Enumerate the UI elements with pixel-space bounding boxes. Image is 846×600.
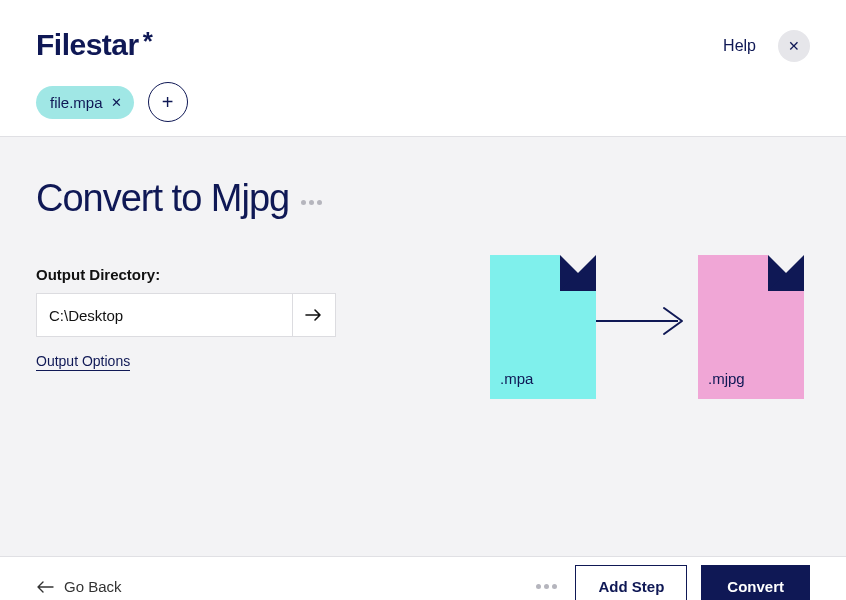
source-file-icon: .mpa xyxy=(490,255,596,399)
help-link[interactable]: Help xyxy=(723,37,756,55)
page-title-text: Convert to Mjpg xyxy=(36,177,289,220)
add-step-button[interactable]: Add Step xyxy=(575,565,687,600)
file-chip[interactable]: file.mpa ✕ xyxy=(36,86,134,119)
file-fold-icon xyxy=(768,255,804,291)
conversion-diagram: .mpa .mjpg xyxy=(490,255,804,399)
source-ext-label: .mpa xyxy=(500,370,533,387)
go-back-label: Go Back xyxy=(64,578,122,595)
browse-directory-button[interactable] xyxy=(292,293,336,337)
output-directory-input[interactable] xyxy=(36,293,292,337)
arrow-right-icon xyxy=(305,308,323,322)
header: Filestar* file.mpa ✕ + Help ✕ xyxy=(0,0,846,136)
brand-logo: Filestar* xyxy=(36,28,188,62)
close-icon: ✕ xyxy=(788,38,800,54)
file-chip-label: file.mpa xyxy=(50,94,103,111)
convert-button[interactable]: Convert xyxy=(701,565,810,600)
file-fold-icon xyxy=(560,255,596,291)
main-content: Convert to Mjpg Output Directory: Output… xyxy=(0,136,846,556)
footer: Go Back Add Step Convert xyxy=(0,556,846,600)
plus-icon: + xyxy=(162,91,174,114)
target-file-icon: .mjpg xyxy=(698,255,804,399)
close-window-button[interactable]: ✕ xyxy=(778,30,810,62)
header-right: Help ✕ xyxy=(723,30,810,62)
remove-file-icon[interactable]: ✕ xyxy=(111,95,122,110)
more-actions-icon[interactable] xyxy=(536,584,557,589)
arrow-left-icon xyxy=(36,581,54,593)
go-back-button[interactable]: Go Back xyxy=(36,578,122,595)
file-row: file.mpa ✕ + xyxy=(36,82,188,122)
output-options-link[interactable]: Output Options xyxy=(36,353,130,371)
title-more-icon[interactable] xyxy=(301,200,322,205)
page-title: Convert to Mjpg xyxy=(36,177,322,220)
header-left: Filestar* file.mpa ✕ + xyxy=(36,28,188,122)
arrow-right-icon xyxy=(596,306,688,336)
footer-actions: Add Step Convert xyxy=(536,565,810,600)
brand-star: * xyxy=(143,28,153,54)
target-ext-label: .mjpg xyxy=(708,370,745,387)
add-file-button[interactable]: + xyxy=(148,82,188,122)
brand-name: Filestar xyxy=(36,28,139,62)
